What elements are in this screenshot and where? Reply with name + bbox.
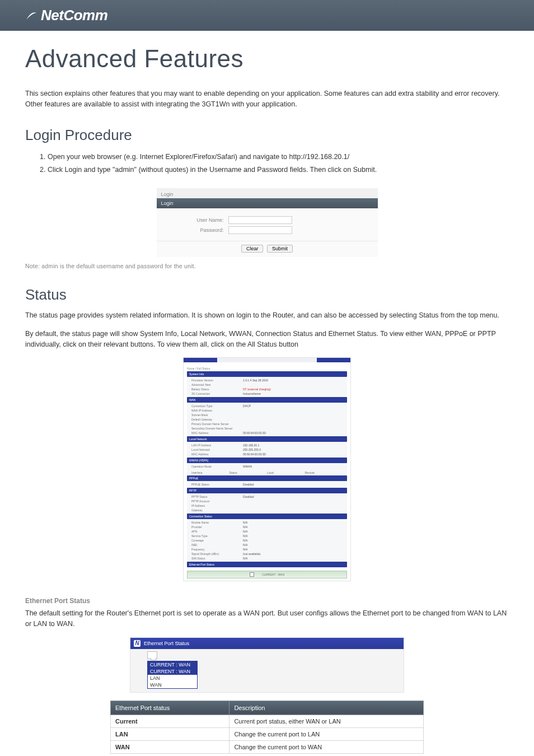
status-footer-bar: CURRENT : WAN	[187, 571, 347, 578]
eth-port-dropdown[interactable]: CURRENT : WAN CURRENT : WAN LAN WAN	[147, 661, 198, 689]
system-info-rows: Firmware Version1.0.1.4 Sep 28 2010 Adva…	[187, 377, 347, 397]
status-para-1: The status page provides system related …	[25, 310, 509, 321]
section-wwan: WWAN (HSPA)	[187, 458, 347, 463]
login-note: Note: admin is the default username and …	[25, 263, 509, 269]
connection-status-rows: Module NameN/A ProviderN/A APNN/A Servic…	[187, 519, 347, 562]
login-step-2: Click Login and type "admin" (without qu…	[48, 164, 509, 177]
pppoe-rows: PPPoE StatusDisabled	[187, 481, 347, 488]
login-body: User Name: Password:	[157, 208, 378, 241]
eth-panel-title: Ethernet Port Status	[144, 641, 189, 646]
intro-paragraph: This section explains other features tha…	[25, 88, 509, 110]
wwan-columns: Interface Status Local Remote	[187, 470, 347, 475]
table-row: WAN Change the current port to WAN	[111, 740, 424, 753]
login-buttons: Clear Submit	[157, 241, 378, 257]
section-wan: WAN	[187, 397, 347, 403]
section-local-network: Local Network	[187, 436, 347, 442]
header-band: NetComm	[0, 0, 534, 31]
login-step-1: Open your web browser (e.g. Internet Exp…	[48, 151, 509, 164]
status-tabs	[184, 358, 350, 362]
status-footer-option: CURRENT : WAN	[262, 573, 284, 576]
eth-port-screenshot: N Ethernet Port Status CURRENT : WAN CUR…	[130, 637, 404, 693]
status-breadcrumb: Home / Full Status	[187, 367, 347, 370]
login-screenshot: Login Login User Name: Password: Clear S…	[157, 188, 378, 257]
th-port-status: Ethernet Port status	[111, 701, 229, 715]
eth-option-lan[interactable]: LAN	[148, 675, 197, 682]
eth-para: The default setting for the Router's Eth…	[25, 608, 509, 629]
clear-button[interactable]: Clear	[241, 245, 264, 253]
table-row: LAN Change the current port to LAN	[111, 727, 424, 740]
login-tab-label: Login	[157, 198, 378, 208]
brand-logo: NetComm	[25, 7, 107, 24]
logo-swoosh-icon	[25, 10, 38, 22]
password-input[interactable]	[228, 226, 292, 234]
login-top-label: Login	[157, 188, 378, 198]
ethernet-port-icon	[250, 572, 254, 577]
submit-button[interactable]: Submit	[267, 245, 293, 253]
login-steps: Open your web browser (e.g. Internet Exp…	[48, 151, 509, 178]
eth-port-table: Ethernet Port status Description Current…	[110, 701, 424, 754]
local-network-rows: LAN IP Address192.168.20.1 Local Netmask…	[187, 442, 347, 458]
eth-panel-body: CURRENT : WAN CURRENT : WAN LAN WAN	[130, 649, 404, 692]
netcomm-n-icon: N	[134, 640, 140, 647]
section-pppoe: PPPoE	[187, 475, 347, 481]
status-para-2: By default, the status page will show Sy…	[25, 329, 509, 350]
eth-option-current[interactable]: CURRENT : WAN	[148, 668, 197, 675]
table-row: Current Current port status, either WAN …	[111, 715, 424, 727]
wwan-rows: Operation ModeWWAN	[187, 463, 347, 470]
th-description: Description	[229, 701, 424, 715]
login-heading: Login Procedure	[25, 127, 509, 144]
login-username-row: User Name:	[179, 216, 355, 224]
section-connection-status: Connection Status	[187, 514, 347, 519]
eth-dropdown-selected: CURRENT : WAN	[148, 661, 197, 668]
status-screenshot: Home / Full Status System Info Firmware …	[183, 357, 351, 581]
page-title: Advanced Features	[25, 45, 509, 73]
ethernet-jack-icon	[147, 651, 157, 659]
eth-panel-header: N Ethernet Port Status	[130, 638, 404, 649]
eth-option-wan[interactable]: WAN	[148, 682, 197, 688]
wan-rows: Connection TypeDHCP WAN IP Address Subne…	[187, 403, 347, 436]
password-label: Password:	[179, 227, 224, 233]
username-input[interactable]	[228, 216, 292, 224]
brand-text: NetComm	[41, 7, 107, 24]
status-heading: Status	[25, 286, 509, 304]
username-label: User Name:	[179, 217, 224, 223]
login-password-row: Password:	[179, 226, 355, 234]
eth-subhead: Ethernet Port Status	[25, 597, 509, 605]
section-pptp: PPTP	[187, 488, 347, 493]
page-content: Advanced Features This section explains …	[0, 45, 534, 754]
pptp-rows: PPTP StatusDisabled PPTP Account IP Addr…	[187, 493, 347, 514]
section-eth-port-status: Ethernet Port Status	[187, 562, 347, 567]
section-system-info: System Info	[187, 371, 347, 377]
